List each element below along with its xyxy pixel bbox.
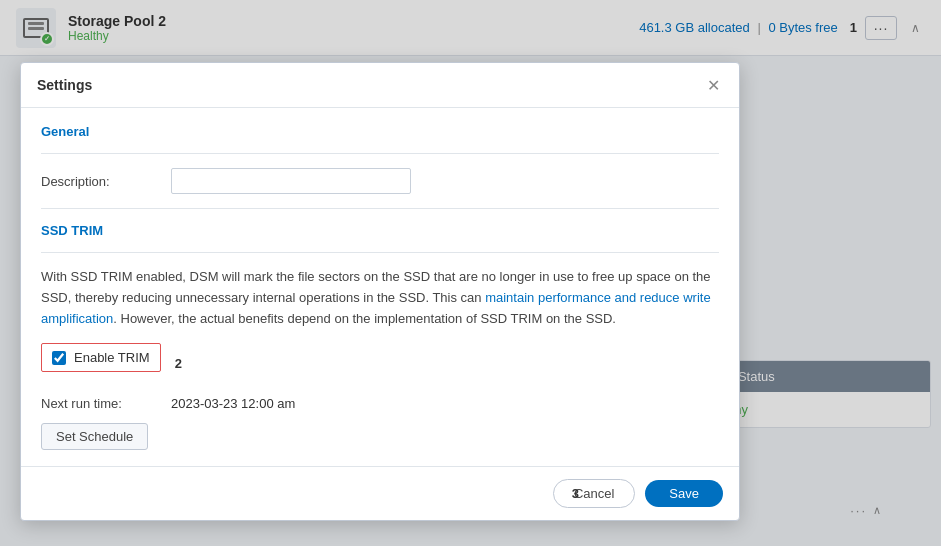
badge-2: 2 — [175, 356, 182, 371]
next-run-label: Next run time: — [41, 396, 171, 411]
settings-dialog: Settings ✕ General Description: SSD TRIM… — [20, 62, 740, 521]
description-label: Description: — [41, 174, 171, 189]
next-run-value: 2023-03-23 12:00 am — [171, 396, 295, 411]
next-run-row: Next run time: 2023-03-23 12:00 am — [41, 396, 719, 411]
modal-overlay: Settings ✕ General Description: SSD TRIM… — [0, 0, 941, 546]
description-input[interactable] — [171, 168, 411, 194]
ssd-trim-divider — [41, 252, 719, 253]
enable-trim-checkbox-row: Enable TRIM — [41, 343, 161, 372]
save-button[interactable]: Save — [645, 480, 723, 507]
general-divider — [41, 153, 719, 154]
enable-trim-label[interactable]: Enable TRIM — [74, 350, 150, 365]
trim-description: With SSD TRIM enabled, DSM will mark the… — [41, 267, 719, 329]
general-section-title: General — [41, 124, 719, 139]
trim-highlight: maintain performance and reduce write am… — [41, 290, 711, 326]
dialog-title: Settings — [37, 77, 92, 93]
dialog-body: General Description: SSD TRIM With SSD T… — [21, 108, 739, 466]
cancel-button[interactable]: Cancel — [553, 479, 635, 508]
dialog-footer: 3 Cancel Save — [21, 466, 739, 520]
dialog-close-button[interactable]: ✕ — [703, 75, 723, 95]
enable-trim-checkbox[interactable] — [52, 351, 66, 365]
description-row: Description: — [41, 168, 719, 194]
ssd-trim-section-title: SSD TRIM — [41, 223, 719, 238]
badge-3: 3 — [572, 486, 579, 501]
ssd-trim-top-divider — [41, 208, 719, 209]
dialog-titlebar: Settings ✕ — [21, 63, 739, 108]
set-schedule-button[interactable]: Set Schedule — [41, 423, 148, 450]
